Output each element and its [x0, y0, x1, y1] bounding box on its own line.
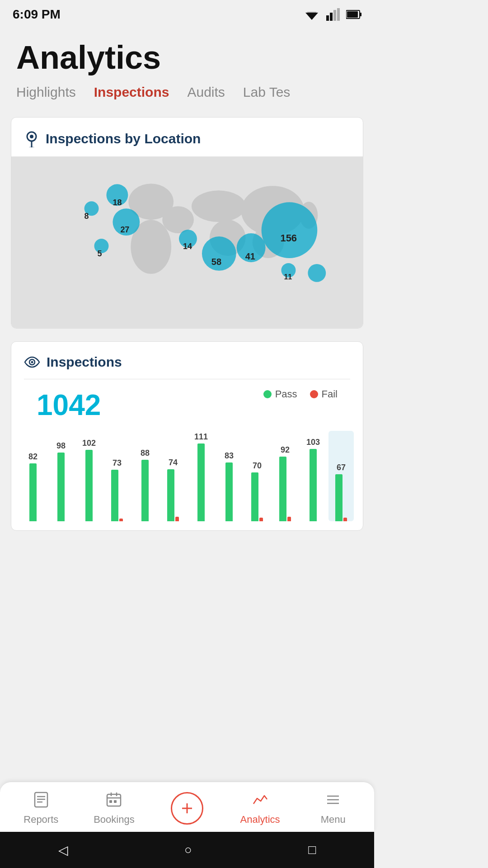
svg-rect-7 [360, 13, 361, 16]
android-recent[interactable]: □ [308, 843, 316, 857]
bar-group-9: 92 [272, 431, 298, 521]
svg-point-10 [30, 135, 33, 138]
nav-item-bookings[interactable]: Bookings [78, 791, 151, 826]
bar-fail-9 [287, 517, 291, 521]
svg-point-41 [31, 361, 33, 363]
svg-rect-3 [330, 13, 333, 21]
android-home[interactable]: ○ [184, 843, 192, 857]
svg-rect-2 [326, 15, 329, 21]
bar-fail-3 [119, 519, 123, 521]
tab-audits[interactable]: Audits [187, 85, 225, 104]
android-back[interactable]: ◁ [58, 843, 68, 858]
inspections-total: 1042 [24, 388, 113, 426]
battery-icon [346, 9, 361, 19]
bar-group-3: 73 [104, 431, 130, 521]
svg-text:41: 41 [245, 251, 255, 261]
menu-label: Menu [321, 814, 346, 826]
svg-point-11 [29, 146, 34, 147]
bar-pass-4 [141, 460, 149, 521]
map-card-header: Inspections by Location [11, 118, 363, 156]
svg-text:14: 14 [183, 242, 192, 251]
svg-rect-50 [109, 800, 112, 803]
fail-dot [310, 390, 318, 398]
svg-point-16 [192, 190, 246, 222]
svg-rect-8 [347, 11, 358, 18]
svg-text:5: 5 [98, 249, 102, 258]
add-button[interactable] [171, 792, 203, 825]
fail-label: Fail [322, 388, 338, 400]
pass-legend: Pass [263, 388, 297, 400]
svg-rect-51 [114, 800, 117, 803]
analytics-label: Analytics [240, 814, 280, 826]
bar-pass-2 [85, 450, 93, 521]
menu-icon [324, 791, 342, 811]
status-icons [304, 8, 361, 21]
bar-group-11: 67 [328, 431, 354, 521]
bar-pass-3 [111, 470, 118, 521]
analytics-icon [252, 791, 269, 811]
page-title: Analytics [16, 40, 358, 75]
bar-group-10: 103 [300, 431, 326, 521]
bar-fail-8 [259, 518, 263, 521]
bar-pass-9 [279, 457, 286, 521]
eye-icon [24, 355, 40, 369]
bar-group-6: 111 [188, 431, 214, 521]
tab-inspections[interactable]: Inspections [94, 85, 169, 104]
bar-fail-5 [175, 517, 179, 521]
status-time: 6:09 PM [13, 7, 61, 22]
svg-rect-5 [337, 8, 340, 21]
map-container: 8 18 27 5 14 58 41 156 11 [11, 156, 363, 328]
tab-lab-tests[interactable]: Lab Tes [243, 85, 291, 104]
tab-highlights[interactable]: Highlights [16, 85, 76, 104]
svg-text:11: 11 [284, 273, 292, 281]
map-card: Inspections by Location [11, 117, 363, 329]
bar-pass-1 [57, 453, 65, 521]
nav-item-menu[interactable]: Menu [296, 791, 370, 826]
pass-label: Pass [275, 388, 297, 400]
bar-pass-0 [29, 463, 37, 521]
bar-fail-11 [343, 518, 347, 521]
bar-pass-5 [167, 469, 174, 521]
svg-text:156: 156 [280, 232, 297, 244]
divider [24, 379, 350, 379]
bar-pass-7 [225, 462, 233, 521]
nav-item-analytics[interactable]: Analytics [224, 791, 297, 826]
wifi-icon [304, 8, 320, 21]
bar-chart: 82 98 102 73 88 [11, 431, 363, 530]
svg-text:18: 18 [113, 198, 122, 207]
signal-icon [326, 8, 340, 21]
header: Analytics [0, 26, 374, 85]
bar-group-4: 88 [132, 431, 158, 521]
svg-text:58: 58 [211, 257, 221, 267]
bar-group-8: 70 [244, 431, 270, 521]
nav-item-reports[interactable]: Reports [5, 791, 78, 826]
bar-pass-8 [251, 472, 258, 521]
pass-dot [263, 390, 272, 398]
bar-group-1: 98 [48, 431, 74, 521]
bar-group-5: 74 [160, 431, 186, 521]
android-navigation-bar: ◁ ○ □ [0, 832, 374, 868]
svg-text:8: 8 [84, 212, 89, 221]
reports-icon [33, 791, 50, 811]
status-bar: 6:09 PM [0, 0, 374, 26]
bar-pass-11 [335, 474, 343, 521]
bar-pass-6 [197, 443, 205, 521]
svg-point-15 [162, 206, 194, 233]
svg-rect-4 [333, 10, 336, 21]
inspections-card-header: Inspections [11, 342, 363, 379]
location-pin-icon [24, 130, 39, 147]
svg-rect-46 [107, 794, 121, 806]
svg-point-39 [308, 264, 326, 282]
bar-group-0: 82 [20, 431, 46, 521]
bar-group-7: 83 [216, 431, 242, 521]
legend: Pass Fail [251, 388, 350, 405]
map-card-title: Inspections by Location [46, 131, 201, 146]
inspections-card-title: Inspections [47, 354, 122, 370]
bookings-icon [105, 791, 122, 811]
svg-point-35 [262, 202, 318, 258]
bar-pass-10 [310, 449, 317, 521]
bookings-label: Bookings [94, 814, 135, 826]
bar-group-2: 102 [76, 431, 102, 521]
nav-item-add[interactable] [150, 792, 224, 825]
world-map-svg: 8 18 27 5 14 58 41 156 11 [11, 156, 363, 328]
